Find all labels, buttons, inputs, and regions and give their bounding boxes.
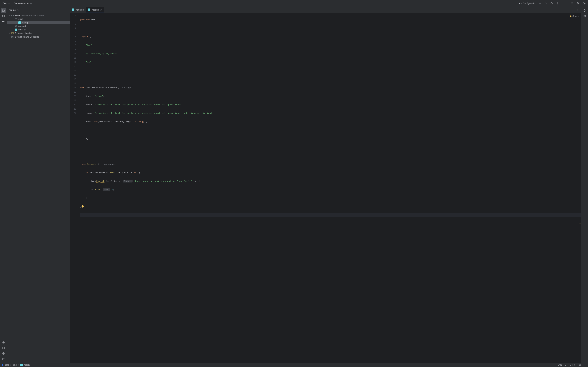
- svg-point-13: [4, 21, 5, 22]
- svg-rect-9: [2, 16, 3, 17]
- breadcrumb-cmd[interactable]: cmd: [12, 363, 17, 367]
- code-editor[interactable]: 2 1 2 3 4 5 6 7 8: [70, 13, 581, 363]
- breadcrumb-project[interactable]: Zero: [1, 363, 10, 367]
- editor-area: main.go root.go: [70, 7, 581, 363]
- cursor-position[interactable]: 24:1: [558, 364, 562, 366]
- module-icon: [2, 364, 3, 366]
- tree-item-label: root.go: [22, 21, 29, 24]
- tree-item-label: cmd: [18, 18, 23, 20]
- close-tab-button[interactable]: [100, 8, 102, 11]
- run-button[interactable]: [543, 1, 548, 6]
- prev-highlight-button[interactable]: [575, 15, 577, 17]
- vcs-selector[interactable]: Version control: [13, 1, 33, 5]
- chevron-down-icon: [8, 2, 10, 4]
- svg-rect-21: [12, 33, 13, 34]
- structure-tool-button[interactable]: [1, 14, 6, 18]
- warning-count: 2: [572, 14, 574, 18]
- go-file-icon: [20, 364, 23, 366]
- mod-file-icon: [15, 25, 17, 27]
- tab-root-go[interactable]: root.go: [86, 7, 104, 13]
- tree-root[interactable]: Zero ~/GolandProjects/Zero: [7, 14, 69, 17]
- svg-point-16: [2, 358, 3, 359]
- search-button[interactable]: [576, 1, 580, 6]
- expand-icon: [12, 18, 14, 19]
- svg-rect-14: [2, 347, 4, 349]
- go-file-icon: [15, 29, 17, 31]
- more-tools-button[interactable]: [1, 19, 6, 24]
- project-panel-title: Project: [9, 9, 16, 11]
- tree-item-label: Scratches and Consoles: [15, 35, 39, 38]
- tree-file-root-go[interactable]: root.go: [7, 21, 69, 24]
- terminal-tool-button[interactable]: [1, 346, 6, 350]
- svg-rect-28: [585, 365, 586, 366]
- project-panel-header: Project: [7, 7, 69, 13]
- go-file-icon: [18, 21, 21, 24]
- tab-main-go[interactable]: main.go: [70, 7, 86, 13]
- services-tool-button[interactable]: [1, 340, 6, 345]
- run-config-selector[interactable]: Add Configuration...: [517, 1, 542, 5]
- folder-icon: [11, 14, 14, 17]
- tree-root-path: ~/GolandProjects/Zero: [21, 14, 43, 17]
- svg-rect-7: [2, 15, 3, 16]
- debug-button[interactable]: [549, 1, 554, 6]
- chevron-down-icon[interactable]: [17, 9, 19, 10]
- top-bar: Zero Version control Add Configuration..…: [0, 0, 588, 7]
- file-encoding[interactable]: UTF-8: [570, 364, 576, 366]
- problems-tool-button[interactable]: [1, 351, 6, 356]
- svg-rect-22: [13, 33, 13, 34]
- line-gutter[interactable]: 1 2 3 4 5 6 7 8 9 10 11 12 13 14 15 16 1…: [70, 13, 78, 363]
- left-toolbar: [0, 7, 7, 363]
- tree-file-go-mod[interactable]: go.mod: [7, 24, 69, 28]
- svg-point-24: [577, 9, 578, 9]
- scratches-icon: [11, 36, 14, 38]
- crumb-label: Zero: [5, 364, 9, 366]
- code-content[interactable]: package cmd import ( "fmt" "github.com/s…: [78, 13, 581, 363]
- project-tree: Zero ~/GolandProjects/Zero cmd root.go: [7, 13, 69, 39]
- readonly-toggle[interactable]: [584, 364, 587, 366]
- line-separator[interactable]: LF: [565, 364, 567, 366]
- next-highlight-button[interactable]: [578, 15, 580, 17]
- breadcrumb-file[interactable]: root.go: [20, 363, 31, 367]
- project-selector[interactable]: Zero: [1, 1, 11, 5]
- chevron-down-icon: [539, 2, 541, 4]
- svg-rect-20: [12, 33, 12, 34]
- svg-point-6: [584, 3, 585, 4]
- chevron-down-icon: [30, 2, 32, 4]
- tree-external-libraries[interactable]: External Libraries: [7, 32, 69, 35]
- chevron-right-icon: [10, 364, 12, 366]
- error-stripe[interactable]: [579, 13, 581, 363]
- warnings-badge[interactable]: 2: [570, 14, 574, 18]
- library-icon: [11, 32, 14, 34]
- svg-rect-8: [4, 15, 4, 16]
- more-actions-button[interactable]: [555, 1, 560, 6]
- svg-point-5: [577, 2, 579, 4]
- database-tool-button[interactable]: [582, 14, 587, 18]
- tree-item-label: go.mod: [18, 25, 26, 27]
- notifications-button[interactable]: [582, 8, 587, 13]
- expand-icon: [9, 14, 10, 16]
- editor-tabs: main.go root.go: [70, 7, 581, 13]
- svg-point-25: [577, 10, 578, 10]
- tab-more-button[interactable]: [575, 8, 580, 12]
- project-tool-button[interactable]: [1, 8, 6, 13]
- code-with-me-button[interactable]: [570, 1, 574, 6]
- status-bar: Zero cmd root.go 24:1 LF UTF-8 Tab: [0, 363, 588, 367]
- tree-item-label: External Libraries: [15, 32, 32, 34]
- tree-scratches[interactable]: Scratches and Consoles: [7, 35, 69, 39]
- svg-point-12: [3, 21, 4, 22]
- run-config-label: Add Configuration...: [519, 2, 538, 5]
- svg-point-3: [558, 4, 558, 4]
- tab-label: root.go: [92, 8, 99, 11]
- tree-file-main-go[interactable]: main.go: [7, 28, 69, 32]
- svg-point-1: [558, 2, 558, 3]
- indent-setting[interactable]: Tab: [578, 364, 581, 366]
- expand-icon: [12, 25, 13, 27]
- folder-icon: [15, 18, 17, 20]
- vcs-tool-button[interactable]: [1, 357, 6, 361]
- warning-icon: [570, 15, 572, 17]
- svg-rect-10: [4, 16, 4, 17]
- svg-point-2: [558, 3, 558, 4]
- navigation-breadcrumb: Zero cmd root.go: [1, 363, 31, 367]
- tree-folder-cmd[interactable]: cmd: [7, 17, 69, 21]
- settings-button[interactable]: [582, 1, 587, 6]
